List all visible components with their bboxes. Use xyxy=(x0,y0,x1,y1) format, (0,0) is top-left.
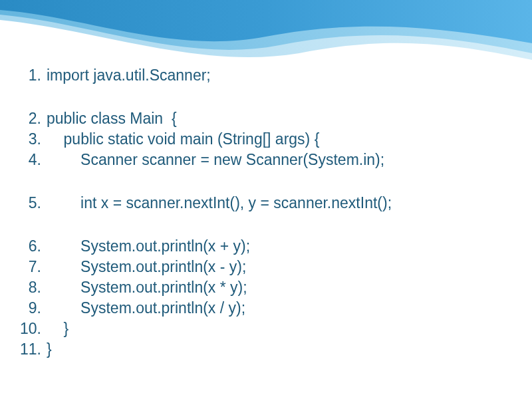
code-text: System.out.println(x - y); xyxy=(47,258,246,276)
code-line: 8. System.out.println(x * y); xyxy=(20,279,512,297)
code-line xyxy=(20,87,512,107)
code-text: public static void main (String[] args) … xyxy=(47,130,319,148)
code-line xyxy=(20,172,512,192)
code-line: 4. Scanner scanner = new Scanner(System.… xyxy=(20,151,512,169)
code-line: 10. } xyxy=(20,320,512,338)
line-number: 3. xyxy=(20,130,41,148)
line-number: 11. xyxy=(20,340,41,358)
code-line: 5. int x = scanner.nextInt(), y = scanne… xyxy=(20,194,512,212)
line-number: 8. xyxy=(20,279,41,297)
line-number: 2. xyxy=(20,110,41,128)
code-line xyxy=(20,215,512,235)
code-line: 1.import java.util.Scanner; xyxy=(20,66,512,84)
code-line: 7. System.out.println(x - y); xyxy=(20,258,512,276)
code-text: int x = scanner.nextInt(), y = scanner.n… xyxy=(47,194,392,212)
line-number: 10. xyxy=(20,320,41,338)
code-text: } xyxy=(47,320,68,338)
code-text: public class Main { xyxy=(47,110,177,128)
code-text: import java.util.Scanner; xyxy=(47,66,211,84)
line-number: 6. xyxy=(20,237,41,255)
code-line: 9. System.out.println(x / y); xyxy=(20,299,512,317)
code-text: System.out.println(x * y); xyxy=(47,279,247,297)
wave-decoration xyxy=(0,0,532,73)
code-text: Scanner scanner = new Scanner(System.in)… xyxy=(47,151,384,169)
line-number: 4. xyxy=(20,151,41,169)
code-line: 11.} xyxy=(20,340,512,358)
line-number: 1. xyxy=(20,66,41,84)
code-block: 1.import java.util.Scanner;2.public clas… xyxy=(20,66,512,361)
line-number: 9. xyxy=(20,299,41,317)
code-line: 3. public static void main (String[] arg… xyxy=(20,130,512,148)
code-line: 6. System.out.println(x + y); xyxy=(20,237,512,255)
line-number: 5. xyxy=(20,194,41,212)
code-text: System.out.println(x / y); xyxy=(47,299,245,317)
code-text: } xyxy=(47,340,52,358)
code-line: 2.public class Main { xyxy=(20,110,512,128)
line-number: 7. xyxy=(20,258,41,276)
code-text: System.out.println(x + y); xyxy=(47,237,250,255)
